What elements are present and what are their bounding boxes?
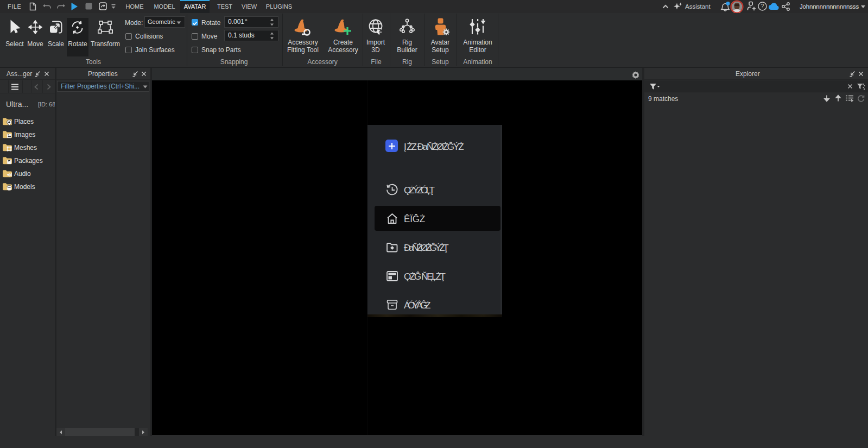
svg-text:?: ?: [761, 3, 764, 9]
